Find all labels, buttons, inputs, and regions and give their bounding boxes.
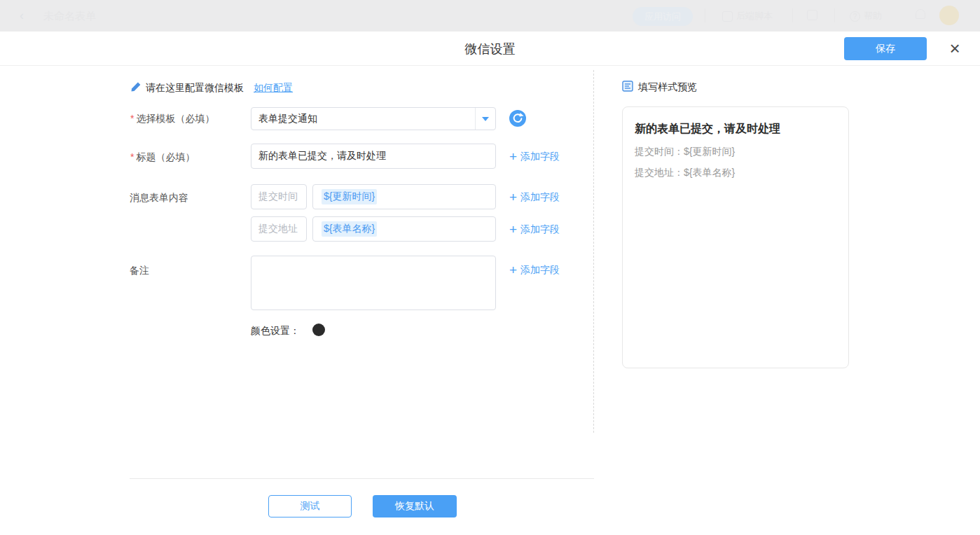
remark-textarea[interactable]	[251, 256, 496, 310]
preview-doc-icon	[622, 81, 633, 94]
preview-title: 新的表单已提交，请及时处理	[635, 122, 836, 137]
refresh-button[interactable]	[509, 110, 526, 130]
modal-title: 微信设置	[0, 41, 980, 57]
pencil-icon	[130, 81, 142, 95]
restore-default-button[interactable]: 恢复默认	[373, 495, 457, 517]
add-field-button-title[interactable]: + 添加字段	[509, 151, 560, 163]
color-swatch[interactable]	[312, 324, 325, 336]
code-panel-button[interactable]	[807, 10, 817, 20]
script-icon	[722, 11, 733, 22]
plus-icon: +	[509, 193, 517, 202]
add-field-button-row1[interactable]: + 添加字段	[509, 191, 560, 204]
preview-card: 新的表单已提交，请及时处理 提交时间：${更新时间} 提交地址：${表单名称}	[622, 106, 849, 368]
preview-line-1: 提交时间：${更新时间}	[635, 145, 836, 158]
topbar-divider	[705, 8, 705, 22]
add-field-button-row2[interactable]: + 添加字段	[509, 223, 560, 236]
section-divider	[593, 70, 594, 433]
plus-icon: +	[509, 265, 517, 275]
app-access-button[interactable]: 应用访问	[633, 7, 693, 26]
panel-icon	[807, 10, 817, 20]
preview-header: 填写样式预览	[622, 81, 697, 94]
topbar-divider	[834, 8, 835, 22]
config-note: 请在这里配置微信模板	[146, 82, 244, 95]
plus-icon: +	[509, 225, 517, 235]
template-select-value: 表单提交通知	[251, 113, 475, 125]
bell-icon[interactable]	[916, 9, 925, 19]
chevron-down-icon	[482, 117, 489, 121]
content-key-input-2[interactable]	[251, 216, 307, 242]
save-button[interactable]: 保存	[844, 37, 927, 60]
modal-header: 微信设置 保存 ×	[0, 32, 980, 66]
form-name-title: 未命名表单	[43, 10, 96, 23]
field-chip: ${表单名称}	[322, 221, 377, 237]
add-field-button-remark[interactable]: + 添加字段	[509, 264, 560, 277]
wechat-settings-page: ‹ 未命名表单 应用访问 后端脚本 ? 帮助 微信设置 保存 × 请在这里配置微…	[0, 0, 980, 535]
title-input[interactable]	[251, 144, 496, 169]
test-button[interactable]: 测试	[268, 495, 352, 517]
preview-line-2: 提交地址：${表单名称}	[635, 166, 836, 179]
app-topbar: ‹ 未命名表单 应用访问 后端脚本 ? 帮助	[0, 0, 980, 32]
title-label: *标题（必填）	[130, 151, 195, 164]
template-label: *选择模板（必填）	[130, 113, 214, 125]
help-button[interactable]: ? 帮助	[850, 10, 882, 22]
plus-icon: +	[509, 152, 517, 162]
required-asterisk: *	[130, 151, 134, 162]
topbar-divider	[792, 8, 793, 22]
question-icon: ?	[850, 11, 860, 22]
content-label: 消息表单内容	[130, 192, 188, 204]
content-key-input-1[interactable]	[251, 184, 307, 209]
content-value-input-2[interactable]: ${表单名称}	[312, 216, 496, 242]
preview-header-label: 填写样式预览	[638, 81, 697, 94]
footer-divider	[130, 478, 594, 479]
field-chip: ${更新时间}	[322, 189, 377, 204]
remark-label: 备注	[130, 265, 149, 277]
back-chevron-icon[interactable]: ‹	[20, 8, 24, 23]
required-asterisk: *	[130, 113, 134, 124]
avatar[interactable]	[939, 6, 959, 25]
color-setting-label: 颜色设置：	[251, 325, 300, 338]
select-caret-segment[interactable]	[475, 108, 495, 130]
close-icon[interactable]: ×	[944, 37, 966, 60]
backend-script-button[interactable]: 后端脚本	[722, 10, 773, 22]
how-to-configure-link[interactable]: 如何配置	[254, 82, 293, 95]
template-select[interactable]: 表单提交通知	[251, 107, 496, 130]
content-value-input-1[interactable]: ${更新时间}	[312, 184, 496, 209]
